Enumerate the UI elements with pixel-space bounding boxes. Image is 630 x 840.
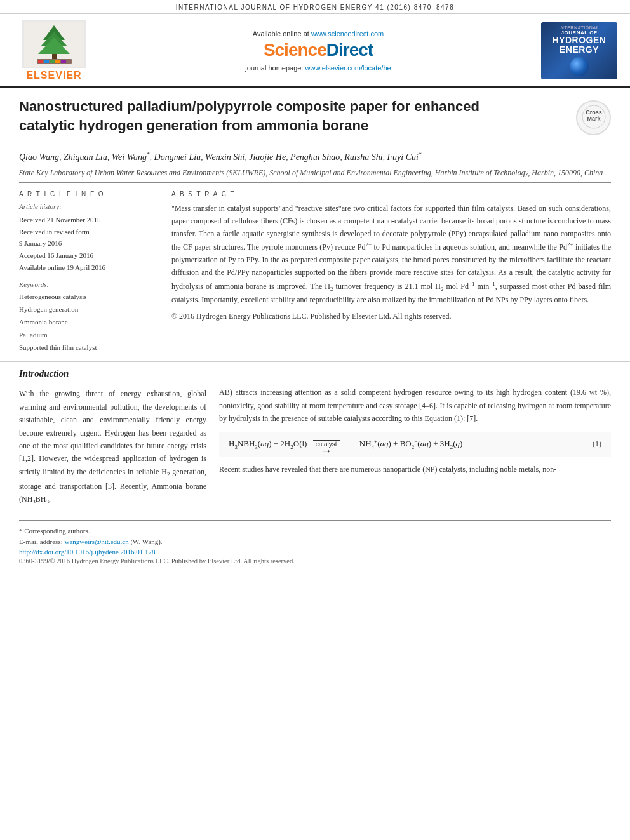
corresponding-authors-note: * Corresponding authors. [19,526,611,537]
intro-right-text-2: Recent studies have revealed that there … [219,463,611,476]
svg-text:Cross: Cross [586,109,602,116]
equation-number: (1) [593,439,601,449]
intro-left-text: With the growing threat of energy exhaus… [19,387,206,507]
svg-rect-10 [61,60,66,63]
doi-anchor[interactable]: http://dx.doi.org/10.1016/j.ijhydene.201… [19,548,156,556]
elsevier-tree-icon [22,20,86,68]
abstract-copyright: © 2016 Hydrogen Energy Publications LLC.… [171,312,452,321]
page-footer: * Corresponding authors. E-mail address:… [19,520,611,568]
email-note: E-mail address: wangweirs@hit.edu.cn (W.… [19,537,611,548]
svg-rect-7 [44,60,49,63]
authors-line: Qiao Wang, Zhiquan Liu, Wei Wang*, Dongm… [19,150,611,164]
equation-1: H3NBH3(aq) + 2H2O(l) catalyst → NH4+(aq)… [219,432,611,457]
article-info-abstract-section: A R T I C L E I N F O Article history: R… [0,183,630,362]
doi-link[interactable]: http://dx.doi.org/10.1016/j.ijhydene.201… [19,548,611,556]
keyword-3: Ammonia borane [19,316,159,329]
journal-bar-text: International Journal of Hydrogen Energy… [176,4,454,11]
article-info-heading: A R T I C L E I N F O [19,190,159,197]
sciencedirect-url[interactable]: www.sciencedirect.com [311,30,384,37]
intro-right-text-1: AB) attracts increasing attention as a s… [219,386,611,425]
keyword-5: Supported thin film catalyst [19,342,159,354]
journal-homepage: journal homepage: www.elsevier.com/locat… [95,64,541,72]
authors-text: Qiao Wang, Zhiquan Liu, Wei Wang*, Dongm… [19,152,421,162]
elsevier-logo: ELSEVIER [13,20,95,81]
abstract-heading: A B S T R A C T [171,190,611,197]
received-date: Received 21 November 2015 [19,214,159,226]
article-title: Nanostructured palladium/polypyrrole com… [19,97,502,135]
journal-header: ELSEVIER Available online at www.science… [0,14,630,88]
he-main-title: HYDROGENENERGY [553,36,607,55]
svg-text:Mark: Mark [587,116,601,122]
affiliation-text: State Key Laboratory of Urban Water Reso… [19,167,611,178]
authors-section: Qiao Wang, Zhiquan Liu, Wei Wang*, Dongm… [0,142,630,182]
widespread-text: widespread [84,454,119,463]
available-online-text: Available online at www.sciencedirect.co… [95,30,541,37]
sd-science-text: Science [264,40,326,60]
keyword-4: Palladium [19,329,159,342]
article-history-label: Article history: [19,203,159,210]
journal-bar: International Journal of Hydrogen Energy… [0,0,630,14]
equation-text: H3NBH3(aq) + 2H2O(l) catalyst → NH4+(aq)… [229,438,462,450]
he-planet-icon [570,57,589,76]
svg-rect-9 [55,60,60,63]
available-date: Available online 19 April 2016 [19,262,159,274]
crossmark-badge[interactable]: Cross Mark [576,100,611,135]
revised-date: Received in revised form9 January 2016 [19,226,159,250]
svg-rect-6 [38,60,43,63]
introduction-heading: Introduction [19,368,206,382]
abstract-text: "Mass transfer in catalyst supports"and … [171,203,611,323]
sciencedirect-center: Available online at www.sciencedirect.co… [95,30,541,72]
introduction-section: Introduction With the growing threat of … [0,362,630,513]
intro-right-column: AB) attracts increasing attention as a s… [219,368,611,507]
article-info-column: A R T I C L E I N F O Article history: R… [19,190,159,354]
elsevier-brand-name: ELSEVIER [26,70,81,81]
intro-left-column: Introduction With the growing threat of … [19,368,206,507]
footer-copyright: 0360-3199/© 2016 Hydrogen Energy Publica… [19,557,611,564]
journal-homepage-url[interactable]: www.elsevier.com/locate/he [305,64,391,72]
keyword-2: Hydrogen generation [19,303,159,316]
keyword-1: Heterogeneous catalysis [19,291,159,303]
keywords-label: Keywords: [19,281,159,288]
article-title-section: Nanostructured palladium/polypyrrole com… [0,88,630,142]
sciencedirect-logo: ScienceDirect [95,40,541,60]
hydrogen-energy-logo: International Journal of HYDROGENENERGY [541,22,617,79]
he-intl-text: International [559,25,599,30]
email-link[interactable]: wangweirs@hit.edu.cn [64,538,128,545]
accepted-date: Accepted 16 January 2016 [19,250,159,262]
abstract-column: A B S T R A C T "Mass transfer in cataly… [171,190,611,354]
svg-rect-8 [50,60,55,63]
sd-direct-text: Direct [326,40,373,60]
